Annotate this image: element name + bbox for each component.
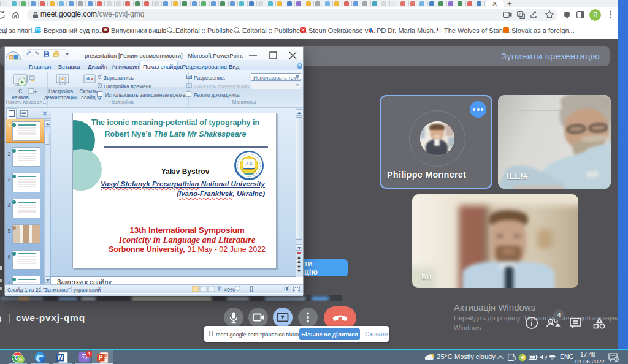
- svg-text:A: A: [521, 15, 524, 18]
- svg-text:2: 2: [615, 357, 618, 362]
- svg-text:W: W: [57, 354, 63, 361]
- svg-text:P: P: [99, 354, 103, 361]
